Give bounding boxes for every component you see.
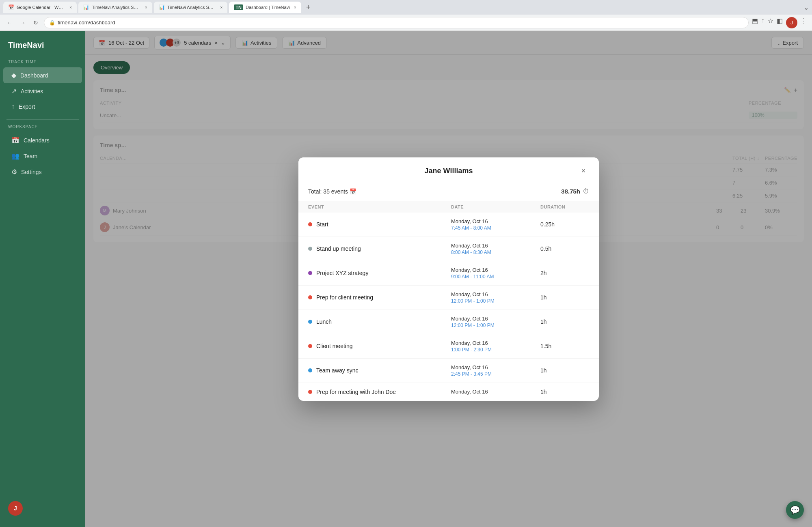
event-date-cell: Monday, Oct 167:45 AM - 8:00 AM [451, 218, 540, 231]
sidebar-logo: TimeNavi [0, 37, 85, 60]
refresh-button[interactable]: ↻ [31, 18, 41, 28]
modal-close-button[interactable]: × [578, 166, 589, 177]
more-actions[interactable]: ⋮ [801, 17, 807, 28]
event-duration-cell: 0.5h [540, 245, 589, 252]
clock-icon: ⏱ [583, 188, 589, 195]
sidebar-item-activities[interactable]: ↗ Activities [3, 83, 82, 99]
chat-button[interactable]: 💬 [786, 501, 804, 519]
modal-event-row[interactable]: Prep for meeting with John DoeMonday, Oc… [298, 383, 599, 401]
sidebar-item-export[interactable]: ↑ Export [3, 99, 82, 114]
navigation-bar: ← → ↻ 🔒 timenavi.com/dashboard ⬒ ↑ ☆ ◧ J… [0, 15, 812, 31]
address-bar[interactable]: 🔒 timenavi.com/dashboard [44, 17, 749, 28]
calendars-icon: 📅 [11, 136, 19, 144]
tab-1[interactable]: 📅 Google Calendar - Week of M... × [3, 2, 77, 13]
tab-bar: 📅 Google Calendar - Week of M... × 📊 Tim… [0, 0, 812, 15]
sidebar-divider [6, 119, 79, 120]
modal-event-row[interactable]: LunchMonday, Oct 1612:00 PM - 1:00 PM1h [298, 310, 599, 334]
modal-title: Jane Williams [320, 167, 578, 175]
event-date-cell: Monday, Oct 161:00 PM - 2:30 PM [451, 340, 540, 353]
back-button[interactable]: ← [5, 18, 15, 28]
event-date-cell: Monday, Oct 169:00 AM - 11:00 AM [451, 267, 540, 280]
tab-2[interactable]: 📊 TimeNavi Analytics Spreadshe... × [78, 2, 152, 13]
tab-close-2[interactable]: × [145, 5, 147, 10]
event-date-cell: Monday, Oct 168:00 AM - 8:30 AM [451, 243, 540, 255]
app-container: TimeNavi TRACK TIME ◆ Dashboard ↗ Activi… [0, 31, 812, 527]
activities-icon: ↗ [11, 87, 17, 95]
modal-event-row[interactable]: Prep for client meetingMonday, Oct 1612:… [298, 286, 599, 310]
event-name-cell: Client meeting [308, 343, 451, 349]
dashboard-icon: ◆ [11, 71, 16, 79]
tab-close-3[interactable]: × [220, 5, 222, 10]
event-color-dot [308, 390, 312, 394]
tab-3[interactable]: 📊 TimeNavi Analytics Spreadshe... × [154, 2, 227, 13]
jane-williams-modal: Jane Williams × Total: 35 events 📅 38.75… [298, 157, 599, 401]
modal-event-row[interactable]: Team away syncMonday, Oct 162:45 PM - 3:… [298, 359, 599, 383]
modal-summary: Total: 35 events 📅 38.75h ⏱ [298, 182, 599, 201]
event-date-cell: Monday, Oct 1612:00 PM - 1:00 PM [451, 316, 540, 328]
event-duration-cell: 1h [540, 294, 589, 301]
event-color-dot [308, 222, 312, 226]
sidebar-item-calendars[interactable]: 📅 Calendars [3, 132, 82, 148]
nav-action-4[interactable]: ◧ [777, 17, 783, 28]
event-name-cell: Stand up meeting [308, 245, 451, 252]
event-duration-cell: 0.25h [540, 221, 589, 228]
sidebar-item-dashboard[interactable]: ◆ Dashboard [3, 67, 82, 83]
tab-4[interactable]: TN Dashboard | TimeNavi × [229, 2, 301, 13]
nav-action-2[interactable]: ↑ [761, 17, 764, 28]
team-icon: 👥 [11, 152, 19, 160]
modal-header: Jane Williams × [298, 157, 599, 182]
forward-button[interactable]: → [18, 18, 28, 28]
settings-icon: ⚙ [11, 168, 17, 176]
event-duration-cell: 1h [540, 318, 589, 325]
nav-action-3[interactable]: ☆ [768, 17, 773, 28]
workspace-label: WORKSPACE [0, 125, 85, 132]
modal-total-events: Total: 35 events 📅 [308, 188, 356, 195]
event-name-cell: Project XYZ strategy [308, 270, 451, 276]
event-name-cell: Lunch [308, 318, 451, 325]
modal-total-hours: 38.75h ⏱ [561, 188, 589, 195]
event-name-cell: Team away sync [308, 367, 451, 374]
sidebar-item-team[interactable]: 👥 Team [3, 148, 82, 164]
modal-events-list: StartMonday, Oct 167:45 AM - 8:00 AM0.25… [298, 213, 599, 401]
nav-actions: ⬒ ↑ ☆ ◧ J ⋮ [752, 17, 807, 28]
tab-close-4[interactable]: × [294, 5, 296, 10]
tab-close-1[interactable]: × [69, 5, 72, 10]
export-icon: ↑ [11, 103, 15, 110]
modal-table-header: EVENT DATE DURATION [298, 201, 599, 213]
more-tabs-button[interactable]: ⌄ [803, 4, 809, 11]
event-duration-cell: 2h [540, 270, 589, 276]
modal-event-row[interactable]: StartMonday, Oct 167:45 AM - 8:00 AM0.25… [298, 213, 599, 237]
event-color-dot [308, 344, 312, 348]
event-color-dot [308, 247, 312, 251]
nav-action-1[interactable]: ⬒ [752, 17, 758, 28]
modal-event-row[interactable]: Client meetingMonday, Oct 161:00 PM - 2:… [298, 334, 599, 359]
new-tab-button[interactable]: + [303, 3, 314, 12]
sidebar-item-settings[interactable]: ⚙ Settings [3, 164, 82, 180]
event-name-cell: Start [308, 221, 451, 228]
profile-avatar[interactable]: J [786, 17, 797, 28]
main-content: 📅 16 Oct - 22 Oct +3 5 calendars × ⌄ 📊 A… [85, 31, 812, 527]
modal-overlay[interactable]: Jane Williams × Total: 35 events 📅 38.75… [85, 31, 812, 527]
browser-chrome: 📅 Google Calendar - Week of M... × 📊 Tim… [0, 0, 812, 31]
event-color-dot [308, 295, 312, 299]
user-avatar-sidebar: J [8, 501, 23, 516]
event-color-dot [308, 368, 312, 372]
chat-icon: 💬 [790, 505, 800, 515]
event-name-cell: Prep for client meeting [308, 294, 451, 301]
track-time-label: TRACK TIME [0, 60, 85, 67]
event-date-cell: Monday, Oct 162:45 PM - 3:45 PM [451, 364, 540, 377]
event-name-cell: Prep for meeting with John Doe [308, 389, 451, 395]
event-duration-cell: 1.5h [540, 343, 589, 349]
event-date-cell: Monday, Oct 16 [451, 389, 540, 395]
sidebar: TimeNavi TRACK TIME ◆ Dashboard ↗ Activi… [0, 31, 85, 527]
event-duration-cell: 1h [540, 367, 589, 374]
modal-event-row[interactable]: Stand up meetingMonday, Oct 168:00 AM - … [298, 237, 599, 261]
event-date-cell: Monday, Oct 1612:00 PM - 1:00 PM [451, 291, 540, 304]
event-color-dot [308, 320, 312, 324]
event-color-dot [308, 271, 312, 275]
modal-event-row[interactable]: Project XYZ strategyMonday, Oct 169:00 A… [298, 261, 599, 286]
event-duration-cell: 1h [540, 389, 589, 395]
